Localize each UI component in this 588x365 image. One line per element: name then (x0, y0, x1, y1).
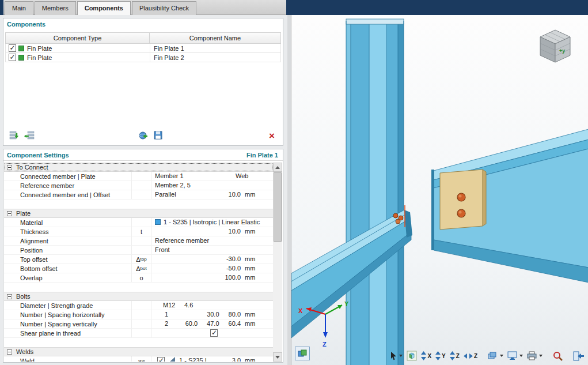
print-button[interactable] (526, 349, 544, 362)
save-icon (153, 130, 164, 141)
updown-arrows-icon (450, 351, 455, 360)
isometric-view-button[interactable] (405, 349, 418, 362)
components-table: Component Type Component Name Fin Plate … (5, 32, 281, 62)
shear-plane-checkbox[interactable] (210, 329, 218, 337)
view-along-z-button[interactable]: Z (449, 349, 461, 362)
component-settings-panel: Component Settings Fin Plate 1 To Connec… (3, 149, 283, 363)
viewport-toolbar: X Y Z Z (388, 349, 586, 362)
value-cell[interactable]: -30.0 mm (151, 255, 273, 264)
import-component-button[interactable] (136, 129, 151, 142)
delete-component-button[interactable]: × (264, 129, 279, 142)
3d-scene: +y X Y Z (291, 15, 588, 365)
row-spacing-vertical[interactable]: Number | Spacing vertically 2 60.0 47.0 … (4, 319, 273, 329)
value-cell[interactable]: 2 60.0 47.0 60.4 mm (151, 319, 273, 328)
navigation-cube[interactable]: +y (540, 30, 570, 62)
tab-bar: Main Members Components Plausibility Che… (0, 0, 588, 15)
printer-icon (527, 351, 537, 360)
remove-row-button[interactable] (22, 129, 37, 142)
value-cell[interactable]: Front (151, 246, 273, 254)
value-cell[interactable]: Parallel 10.0 mm (151, 190, 273, 199)
components-table-header: Component Type Component Name (5, 32, 281, 44)
group-plate[interactable]: Plate (4, 209, 273, 218)
layers-icon (488, 351, 498, 360)
row-material[interactable]: Material 1 - S235 | Isotropic | Linear E… (4, 218, 273, 227)
add-row-button[interactable] (7, 129, 22, 142)
display-mode-button[interactable] (487, 349, 504, 362)
value-cell[interactable]: 100.0 mm (151, 273, 273, 282)
component-name-cell[interactable]: Fin Plate 1 (150, 44, 280, 52)
row-position[interactable]: Position Front (4, 246, 273, 255)
exit-viewport-button[interactable] (572, 349, 586, 362)
tab-components[interactable]: Components (77, 1, 131, 15)
collapse-icon[interactable] (7, 349, 12, 355)
value-cell[interactable]: Member 1 Web (151, 172, 273, 180)
isometric-view-icon (407, 351, 417, 361)
column-header-component-type[interactable]: Component Type (6, 33, 150, 43)
arrow-down-icon (275, 356, 280, 359)
graphic-options-button[interactable] (506, 349, 524, 362)
cursor-icon (389, 351, 397, 360)
column-member (346, 19, 404, 365)
delete-icon: × (269, 131, 275, 141)
row-checkbox[interactable] (9, 54, 16, 61)
scroll-down-button[interactable] (273, 352, 282, 362)
view-along-y-button[interactable]: Y (434, 349, 447, 362)
group-to-connect[interactable]: To Connect (4, 163, 273, 172)
component-type-icon (18, 55, 24, 61)
tab-members[interactable]: Members (35, 1, 76, 15)
collapse-icon[interactable] (7, 165, 12, 170)
row-top-offset[interactable]: Top offset Δtop -30.0 mm (4, 255, 273, 264)
row-diameter-grade[interactable]: Diameter | Strength grade M12 4.6 (4, 301, 273, 310)
zoom-button[interactable] (552, 349, 564, 362)
value-cell[interactable]: Member 2, 5 (151, 181, 273, 190)
row-thickness[interactable]: Thickness t 10.0 mm (4, 227, 273, 236)
table-row[interactable]: Fin Plate Fin Plate 2 (5, 53, 281, 62)
column-header-component-name[interactable]: Component Name (150, 33, 280, 43)
group-welds[interactable]: Welds (4, 347, 273, 356)
collapse-icon[interactable] (7, 294, 12, 299)
row-spacing-horizontal[interactable]: Number | Spacing horizontally 1 30.0 80.… (4, 310, 273, 319)
save-component-button[interactable] (151, 129, 166, 142)
row-checkbox[interactable] (9, 44, 16, 52)
row-shear-plane[interactable]: Shear plane in thread (4, 329, 273, 338)
value-cell[interactable]: 1 - S235 | 3.0 mm (151, 356, 273, 362)
value-cell[interactable] (151, 329, 273, 337)
scroll-thumb[interactable] (274, 172, 282, 242)
view-along-x-button[interactable]: X (420, 349, 433, 362)
render-mode-button[interactable] (295, 347, 310, 360)
value-cell[interactable]: 10.0 mm (151, 227, 273, 236)
value-cell[interactable]: 1 30.0 80.0 mm (151, 310, 273, 319)
component-name-cell[interactable]: Fin Plate 2 (150, 53, 280, 62)
components-panel: Components Component Type Component Name… (3, 18, 283, 146)
tab-main[interactable]: Main (5, 1, 33, 15)
settings-scrollbar[interactable] (273, 163, 282, 362)
axis-y-label: Y (344, 300, 349, 307)
value-cell[interactable]: M12 4.6 (151, 301, 273, 310)
leftright-arrows-icon (464, 353, 473, 359)
3d-viewport[interactable]: +y X Y Z (291, 15, 588, 365)
row-alignment[interactable]: Alignment Reference member (4, 236, 273, 246)
import-icon (138, 130, 149, 141)
settings-panel-title: Component Settings (7, 152, 69, 159)
scroll-up-button[interactable] (273, 163, 282, 172)
view-along-minus-z-button[interactable]: Z (462, 349, 479, 362)
group-bolts[interactable]: Bolts (4, 292, 273, 301)
dropdown-icon (539, 355, 543, 357)
property-grid: To Connect Connected member | Plate Memb… (4, 163, 273, 362)
value-cell[interactable]: -50.0 mm (151, 264, 273, 273)
row-reference-member[interactable]: Reference member Member 2, 5 (4, 181, 273, 190)
selection-arrow-button[interactable] (388, 349, 404, 362)
value-cell[interactable]: 1 - S235 | Isotropic | Linear Elastic (151, 218, 273, 227)
value-cell[interactable]: Reference member (151, 236, 273, 245)
table-row[interactable]: Fin Plate Fin Plate 1 (5, 44, 281, 53)
collapse-icon[interactable] (7, 211, 12, 216)
viewport-title-strip (286, 0, 588, 15)
row-weld[interactable]: Weld aw 1 - S235 | 3.0 mm (4, 356, 273, 362)
tab-plausibility-check[interactable]: Plausibility Check (132, 1, 196, 15)
bolt (457, 209, 465, 217)
nav-cube-face-label: +y (559, 48, 565, 54)
row-member-end-offset[interactable]: Connected member end | Offset Parallel 1… (4, 190, 273, 200)
row-connected-member[interactable]: Connected member | Plate Member 1 Web (4, 172, 273, 181)
row-bottom-offset[interactable]: Bottom offset Δbot -50.0 mm (4, 264, 273, 273)
row-overlap[interactable]: Overlap o 100.0 mm (4, 273, 273, 283)
